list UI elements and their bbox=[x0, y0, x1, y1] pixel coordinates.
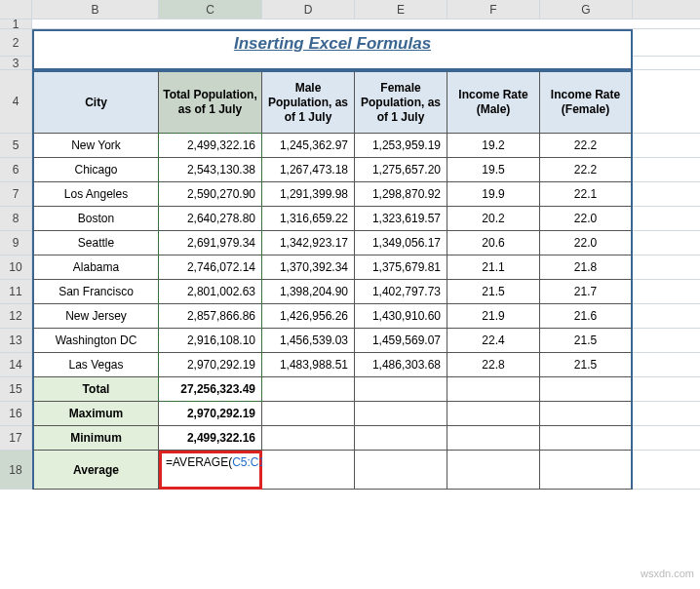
cell-blank[interactable] bbox=[355, 402, 447, 426]
cell-city[interactable]: Washington DC bbox=[32, 329, 159, 353]
cell-inc-m[interactable]: 19.9 bbox=[447, 182, 540, 207]
cell-total[interactable]: 2,970,292.19 bbox=[159, 353, 262, 377]
row-header-7[interactable]: 7 bbox=[0, 182, 32, 207]
cell-inc-f[interactable]: 22.2 bbox=[540, 158, 633, 182]
cell-inc-m[interactable]: 19.2 bbox=[447, 134, 540, 158]
col-header-C[interactable]: C bbox=[159, 0, 262, 20]
cell-blank[interactable] bbox=[633, 451, 700, 490]
col-header-G[interactable]: G bbox=[540, 0, 633, 20]
row-header-12[interactable]: 12 bbox=[0, 304, 32, 329]
cell-total[interactable]: 2,499,322.16 bbox=[159, 134, 262, 158]
cell-inc-m[interactable]: 19.5 bbox=[447, 158, 540, 182]
spreadsheet-grid[interactable]: B C D E F G 1 2 Inserting Excel Formulas… bbox=[0, 0, 700, 490]
cell-total[interactable]: 2,640,278.80 bbox=[159, 207, 262, 231]
cell-blank[interactable] bbox=[262, 451, 355, 490]
cell-city[interactable]: New York bbox=[32, 134, 159, 158]
cell-female[interactable]: 1,402,797.73 bbox=[355, 280, 447, 304]
cell-blank[interactable] bbox=[633, 231, 700, 255]
cell-blank[interactable] bbox=[262, 402, 355, 426]
cell-blank[interactable] bbox=[633, 304, 700, 329]
row-header-10[interactable]: 10 bbox=[0, 255, 32, 280]
cell-inc-m[interactable]: 20.2 bbox=[447, 207, 540, 231]
cell-female[interactable]: 1,486,303.68 bbox=[355, 353, 447, 377]
row-header-4[interactable]: 4 bbox=[0, 70, 32, 134]
cell-blank[interactable] bbox=[633, 207, 700, 231]
cell-city[interactable]: Alabama bbox=[32, 255, 159, 280]
cell-blank[interactable] bbox=[633, 158, 700, 182]
cell-inc-f[interactable]: 22.2 bbox=[540, 134, 633, 158]
cell-male[interactable]: 1,291,399.98 bbox=[262, 182, 355, 207]
row-header-11[interactable]: 11 bbox=[0, 280, 32, 304]
col-header-B[interactable]: B bbox=[32, 0, 159, 20]
cell-inc-m[interactable]: 20.6 bbox=[447, 231, 540, 255]
cell-inc-m[interactable]: 21.1 bbox=[447, 255, 540, 280]
row-header-2[interactable]: 2 bbox=[0, 29, 32, 57]
cell-female[interactable]: 1,323,619.57 bbox=[355, 207, 447, 231]
cell-female[interactable]: 1,459,569.07 bbox=[355, 329, 447, 353]
cell-blank[interactable] bbox=[32, 20, 700, 29]
cell-blank[interactable] bbox=[262, 426, 355, 451]
cell-city[interactable]: New Jersey bbox=[32, 304, 159, 329]
cell-total[interactable]: 2,916,108.10 bbox=[159, 329, 262, 353]
row-header-16[interactable]: 16 bbox=[0, 402, 32, 426]
cell-inc-m[interactable]: 22.8 bbox=[447, 353, 540, 377]
cell-inc-f[interactable]: 22.0 bbox=[540, 207, 633, 231]
cell-blank[interactable] bbox=[633, 134, 700, 158]
value-min[interactable]: 2,499,322.16 bbox=[159, 426, 262, 451]
cell-inc-f[interactable]: 21.8 bbox=[540, 255, 633, 280]
cell-blank[interactable] bbox=[447, 451, 540, 490]
cell-total[interactable]: 2,801,002.63 bbox=[159, 280, 262, 304]
cell-blank[interactable] bbox=[447, 402, 540, 426]
col-header-F[interactable]: F bbox=[447, 0, 540, 20]
cell-blank[interactable] bbox=[633, 255, 700, 280]
cell-inc-f[interactable]: 21.5 bbox=[540, 353, 633, 377]
cell-blank[interactable] bbox=[262, 377, 355, 402]
cell-blank[interactable] bbox=[633, 402, 700, 426]
cell-blank[interactable] bbox=[447, 426, 540, 451]
cell-blank[interactable] bbox=[540, 426, 633, 451]
cell-blank[interactable] bbox=[633, 329, 700, 353]
cell-city[interactable]: Seattle bbox=[32, 231, 159, 255]
cell-inc-f[interactable]: 21.6 bbox=[540, 304, 633, 329]
col-header-E[interactable]: E bbox=[355, 0, 447, 20]
row-header-9[interactable]: 9 bbox=[0, 231, 32, 255]
cell-male[interactable]: 1,267,473.18 bbox=[262, 158, 355, 182]
cell-blank[interactable] bbox=[633, 280, 700, 304]
cell-male[interactable]: 1,426,956.26 bbox=[262, 304, 355, 329]
cell-inc-f[interactable]: 22.1 bbox=[540, 182, 633, 207]
cell-male[interactable]: 1,483,988.51 bbox=[262, 353, 355, 377]
cell-blank[interactable] bbox=[447, 377, 540, 402]
cell-blank[interactable] bbox=[633, 426, 700, 451]
cell-female[interactable]: 1,275,657.20 bbox=[355, 158, 447, 182]
cell-city[interactable]: San Francisco bbox=[32, 280, 159, 304]
cell-male[interactable]: 1,316,659.22 bbox=[262, 207, 355, 231]
cell-city[interactable]: Los Angeles bbox=[32, 182, 159, 207]
formula-editing-cell[interactable]: =AVERAGE(C5:C14) bbox=[159, 451, 262, 490]
cell-male[interactable]: 1,245,362.97 bbox=[262, 134, 355, 158]
value-total[interactable]: 27,256,323.49 bbox=[159, 377, 262, 402]
row-header-8[interactable]: 8 bbox=[0, 207, 32, 231]
cell-female[interactable]: 1,298,870.92 bbox=[355, 182, 447, 207]
cell-city[interactable]: Las Vegas bbox=[32, 353, 159, 377]
value-max[interactable]: 2,970,292.19 bbox=[159, 402, 262, 426]
col-header-D[interactable]: D bbox=[262, 0, 355, 20]
cell-inc-f[interactable]: 22.0 bbox=[540, 231, 633, 255]
cell-inc-f[interactable]: 21.7 bbox=[540, 280, 633, 304]
row-header-6[interactable]: 6 bbox=[0, 158, 32, 182]
cell-blank[interactable] bbox=[540, 451, 633, 490]
cell-male[interactable]: 1,398,204.90 bbox=[262, 280, 355, 304]
row-header-13[interactable]: 13 bbox=[0, 329, 32, 353]
cell-inc-m[interactable]: 22.4 bbox=[447, 329, 540, 353]
row-header-17[interactable]: 17 bbox=[0, 426, 32, 451]
cell-blank[interactable] bbox=[540, 402, 633, 426]
cell-blank[interactable] bbox=[633, 57, 700, 70]
cell-total[interactable]: 2,857,866.86 bbox=[159, 304, 262, 329]
cell-blank[interactable] bbox=[355, 377, 447, 402]
cell-male[interactable]: 1,342,923.17 bbox=[262, 231, 355, 255]
cell-blank[interactable] bbox=[633, 29, 700, 57]
cell-blank[interactable] bbox=[355, 426, 447, 451]
cell-blank[interactable] bbox=[355, 451, 447, 490]
cell-total[interactable]: 2,746,072.14 bbox=[159, 255, 262, 280]
cell-total[interactable]: 2,543,130.38 bbox=[159, 158, 262, 182]
cell-male[interactable]: 1,456,539.03 bbox=[262, 329, 355, 353]
